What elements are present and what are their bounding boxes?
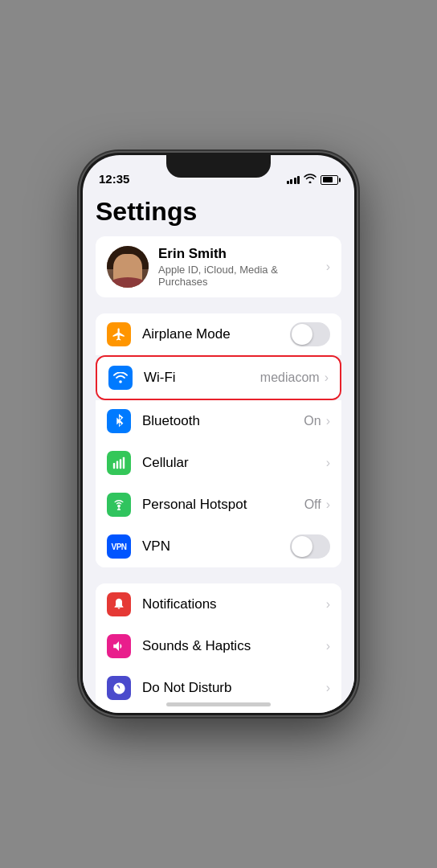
screentime-row[interactable]: Screen Time › <box>96 709 341 713</box>
page-title: Settings <box>83 190 354 236</box>
connectivity-section: Airplane Mode <box>96 313 341 355</box>
profile-name: Erin Smith <box>158 246 317 262</box>
signal-bar-3 <box>294 178 296 184</box>
signal-bar-2 <box>290 179 292 184</box>
bluetooth-label: Bluetooth <box>142 413 304 429</box>
connectivity-section-lower: Bluetooth On › Cellular <box>96 400 341 567</box>
home-indicator[interactable] <box>166 702 271 706</box>
vpn-toggle[interactable] <box>290 534 330 559</box>
wifi-chevron: › <box>325 371 329 385</box>
notifications-icon <box>107 592 131 616</box>
bluetooth-row[interactable]: Bluetooth On › <box>96 400 341 442</box>
sounds-label: Sounds & Haptics <box>142 638 326 654</box>
airplane-mode-toggle[interactable] <box>290 322 330 346</box>
airplane-mode-icon <box>107 322 131 346</box>
notifications-label: Notifications <box>142 596 326 612</box>
sounds-chevron: › <box>326 639 330 653</box>
airplane-mode-label: Airplane Mode <box>142 326 290 342</box>
hotspot-label: Personal Hotspot <box>142 497 304 513</box>
airplane-mode-toggle-thumb <box>292 324 312 345</box>
wifi-value: mediacom <box>260 371 320 385</box>
signal-bars <box>287 176 300 184</box>
svg-rect-1 <box>116 461 118 469</box>
profile-info: Erin Smith Apple ID, iCloud, Media & Pur… <box>158 246 317 288</box>
avatar <box>107 246 149 288</box>
cellular-icon <box>107 451 131 475</box>
avatar-body <box>109 277 147 288</box>
notifications-row[interactable]: Notifications › <box>96 583 341 625</box>
status-icons <box>287 174 339 186</box>
hotspot-chevron: › <box>326 497 330 512</box>
bluetooth-value: On <box>304 414 321 428</box>
status-time: 12:35 <box>99 172 129 186</box>
sounds-icon <box>107 634 131 658</box>
svg-rect-3 <box>123 457 125 469</box>
profile-row[interactable]: Erin Smith Apple ID, iCloud, Media & Pur… <box>96 236 341 297</box>
vpn-icon: VPN <box>107 534 131 559</box>
profile-subtitle: Apple ID, iCloud, Media & Purchases <box>158 264 317 288</box>
screen-content[interactable]: Settings Erin Smith Apple ID, iCloud, Me… <box>83 190 354 713</box>
profile-chevron: › <box>326 260 330 274</box>
wifi-label: Wi-Fi <box>144 370 260 386</box>
notch <box>166 155 271 178</box>
signal-bar-1 <box>287 181 289 184</box>
bluetooth-icon <box>107 409 131 433</box>
notifications-chevron: › <box>326 597 330 612</box>
phone-frame: 12:35 <box>80 153 357 715</box>
phone-screen: 12:35 <box>83 155 354 713</box>
signal-bar-4 <box>297 176 300 184</box>
wifi-status-icon <box>304 174 317 186</box>
cellular-label: Cellular <box>142 455 326 471</box>
vpn-toggle-thumb <box>292 536 312 557</box>
svg-rect-0 <box>113 463 115 469</box>
wifi-icon <box>108 366 133 390</box>
battery-icon <box>321 175 338 185</box>
donotdisturb-icon <box>107 676 131 700</box>
hotspot-row[interactable]: Personal Hotspot Off › <box>96 484 341 526</box>
wifi-row[interactable]: Wi-Fi mediacom › <box>97 357 340 399</box>
battery-fill <box>323 177 333 182</box>
cellular-row[interactable]: Cellular › <box>96 442 341 484</box>
bluetooth-chevron: › <box>326 414 330 428</box>
hotspot-icon <box>107 493 131 517</box>
profile-section[interactable]: Erin Smith Apple ID, iCloud, Media & Pur… <box>96 236 341 297</box>
wifi-row-highlight: Wi-Fi mediacom › <box>96 355 341 400</box>
donotdisturb-chevron: › <box>326 681 330 695</box>
airplane-mode-row[interactable]: Airplane Mode <box>96 313 341 355</box>
hotspot-value: Off <box>304 497 321 512</box>
sounds-row[interactable]: Sounds & Haptics › <box>96 625 341 667</box>
notifications-section: Notifications › Sounds & Haptics › <box>96 583 341 713</box>
svg-point-4 <box>117 505 120 508</box>
cellular-chevron: › <box>326 456 330 470</box>
donotdisturb-label: Do Not Disturb <box>142 680 326 696</box>
vpn-label: VPN <box>142 538 290 555</box>
svg-rect-2 <box>120 459 121 469</box>
vpn-row[interactable]: VPN VPN <box>96 526 341 567</box>
